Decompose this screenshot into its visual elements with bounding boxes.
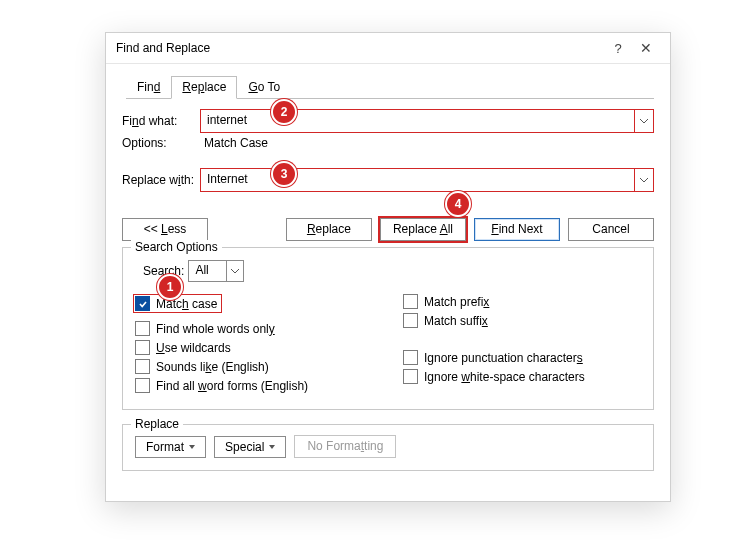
window-title: Find and Replace xyxy=(116,41,604,55)
checkbox-icon xyxy=(135,378,150,393)
find-options-value: Match Case xyxy=(200,136,268,150)
checkbox-icon xyxy=(403,294,418,309)
main-button-row: << Less Replace Replace All Find Next Ca… xyxy=(122,218,654,241)
replace-with-input[interactable]: Internet xyxy=(201,169,634,191)
find-what-input[interactable]: internet xyxy=(201,110,634,132)
match-suffix-label: Match suffix xyxy=(424,314,488,328)
search-options-fieldset: Search Options Search: All Match xyxy=(122,247,654,410)
options-right-col: Match prefix Match suffix Ignore punctua… xyxy=(373,290,641,397)
ignore-punct-label: Ignore punctuation characters xyxy=(424,351,583,365)
help-button[interactable]: ? xyxy=(604,41,632,56)
match-prefix-label: Match prefix xyxy=(424,295,489,309)
replace-all-button[interactable]: Replace All xyxy=(380,218,466,241)
ignore-whitespace-label: Ignore white-space characters xyxy=(424,370,585,384)
replace-with-label: Replace with: xyxy=(122,173,200,187)
checkbox-icon xyxy=(135,359,150,374)
annotation-marker-2: 2 xyxy=(271,99,297,125)
ignore-whitespace-checkbox[interactable]: Ignore white-space characters xyxy=(403,369,641,384)
no-formatting-button: No Formatting xyxy=(294,435,396,458)
find-replace-dialog: Find and Replace ? ✕ Find Replace Go To … xyxy=(105,32,671,502)
find-what-dropdown-icon[interactable] xyxy=(634,110,653,132)
match-suffix-checkbox[interactable]: Match suffix xyxy=(403,313,641,328)
checkbox-icon xyxy=(403,369,418,384)
use-wildcards-checkbox[interactable]: Use wildcards xyxy=(135,340,373,355)
find-what-combo[interactable]: internet xyxy=(200,109,654,133)
checkbox-icon xyxy=(403,350,418,365)
less-button[interactable]: << Less xyxy=(122,218,208,241)
search-direction-select[interactable]: All xyxy=(188,260,244,282)
search-direction-value: All xyxy=(189,261,226,281)
find-options-label: Options: xyxy=(122,136,200,150)
checkbox-icon xyxy=(135,340,150,355)
whole-words-checkbox[interactable]: Find whole words only xyxy=(135,321,373,336)
find-options-row: Options: Match Case xyxy=(122,136,654,150)
checkbox-icon xyxy=(403,313,418,328)
word-forms-label: Find all word forms (English) xyxy=(156,379,308,393)
replace-button[interactable]: Replace xyxy=(286,218,372,241)
titlebar: Find and Replace ? ✕ xyxy=(106,33,670,64)
dialog-body: Find Replace Go To Find what: internet O… xyxy=(106,64,670,483)
caret-down-icon xyxy=(189,445,195,449)
find-what-label: Find what: xyxy=(122,114,200,128)
replace-fieldset: Replace Format Special No Formatting xyxy=(122,424,654,471)
replace-with-dropdown-icon[interactable] xyxy=(634,169,653,191)
search-direction-dropdown-icon[interactable] xyxy=(226,261,243,281)
search-options-legend: Search Options xyxy=(131,240,222,254)
ignore-punct-checkbox[interactable]: Ignore punctuation characters xyxy=(403,350,641,365)
word-forms-checkbox[interactable]: Find all word forms (English) xyxy=(135,378,373,393)
tab-find[interactable]: Find xyxy=(126,76,171,99)
annotation-marker-4: 4 xyxy=(445,191,471,217)
cancel-button[interactable]: Cancel xyxy=(568,218,654,241)
use-wildcards-label: Use wildcards xyxy=(156,341,231,355)
tab-strip: Find Replace Go To xyxy=(126,74,654,99)
caret-down-icon xyxy=(269,445,275,449)
checkbox-icon xyxy=(135,296,150,311)
annotation-marker-3: 3 xyxy=(271,161,297,187)
options-left-col: Match case Find whole words only Use wil… xyxy=(135,290,373,397)
format-button[interactable]: Format xyxy=(135,436,206,458)
tab-goto[interactable]: Go To xyxy=(237,76,291,99)
find-what-row: Find what: internet xyxy=(122,109,654,133)
match-prefix-checkbox[interactable]: Match prefix xyxy=(403,294,641,309)
special-button[interactable]: Special xyxy=(214,436,286,458)
checkbox-icon xyxy=(135,321,150,336)
replace-with-row: Replace with: Internet xyxy=(122,168,654,192)
replace-with-combo[interactable]: Internet xyxy=(200,168,654,192)
options-columns: Match case Find whole words only Use wil… xyxy=(135,290,641,397)
annotation-marker-1: 1 xyxy=(157,274,183,300)
close-button[interactable]: ✕ xyxy=(632,40,660,56)
search-direction-row: Search: All xyxy=(143,260,641,282)
find-next-button[interactable]: Find Next xyxy=(474,218,560,241)
whole-words-label: Find whole words only xyxy=(156,322,275,336)
replace-legend: Replace xyxy=(131,417,183,431)
tab-replace[interactable]: Replace xyxy=(171,76,237,99)
sounds-like-label: Sounds like (English) xyxy=(156,360,269,374)
sounds-like-checkbox[interactable]: Sounds like (English) xyxy=(135,359,373,374)
